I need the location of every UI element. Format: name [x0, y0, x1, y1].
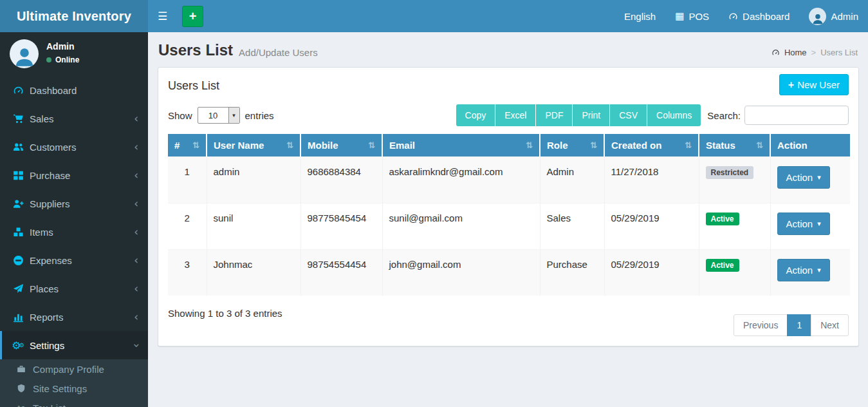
sidebar-user-name: Admin — [46, 41, 79, 52]
column-header-mobile[interactable]: Mobile⇅ — [300, 134, 382, 157]
content-area: Users List Add/Update Users Home > Users… — [148, 32, 868, 407]
sidebar-subitem-tax-list[interactable]: ✂Tax List — [0, 398, 148, 407]
select-arrow-icon: ▼ — [228, 108, 239, 123]
column-label: Email — [389, 140, 415, 151]
cell-email: sunil@gmail.com — [382, 204, 540, 250]
column-label: User Name — [214, 140, 264, 151]
cart-icon — [11, 113, 25, 124]
page-length-value: 10 — [198, 108, 228, 123]
pagination-previous[interactable]: Previous — [734, 314, 788, 336]
page-subtitle: Add/Update Users — [239, 43, 318, 58]
action-dropdown-button[interactable]: Action▾ — [777, 259, 830, 281]
cell-role: Purchase — [540, 250, 604, 296]
users-table: #⇅User Name⇅Mobile⇅Email⇅Role⇅Created on… — [168, 134, 850, 296]
cell-status: Restricted — [699, 157, 770, 204]
cell-num: 2 — [168, 204, 207, 250]
nav-dashboard[interactable]: Dashboard — [719, 0, 799, 32]
cell-email: askaralimkndr@gmail.com — [382, 157, 540, 204]
sidebar-subitem-label: Company Profile — [33, 364, 138, 375]
cell-user-name: admin — [207, 157, 300, 204]
nav-user-menu[interactable]: Admin — [799, 0, 868, 32]
sidebar-item-purchase[interactable]: Purchase‹ — [0, 161, 148, 189]
sidebar-user-status: Online — [46, 55, 79, 64]
search-input[interactable] — [744, 106, 849, 125]
export-excel-button[interactable]: Excel — [495, 104, 536, 126]
export-print-button[interactable]: Print — [573, 104, 610, 126]
sort-icon: ⇅ — [192, 140, 199, 150]
sidebar-item-label: Expenses — [30, 255, 134, 266]
sidebar-item-expenses[interactable]: Expenses‹ — [0, 246, 148, 274]
app-title: Ultimate Inventory — [17, 9, 131, 24]
column-header-role[interactable]: Role⇅ — [540, 134, 604, 157]
export-copy-button[interactable]: Copy — [456, 104, 496, 126]
pagination-page-1[interactable]: 1 — [787, 314, 811, 336]
cell-mobile: 98754554454 — [300, 250, 382, 296]
sidebar-item-customers[interactable]: Customers‹ — [0, 133, 148, 161]
page-length-select[interactable]: 10 ▼ — [198, 107, 240, 124]
sidebar-menu: DashboardSales‹Customers‹Purchase‹Suppli… — [0, 76, 148, 407]
export-columns-button[interactable]: Columns — [647, 104, 701, 126]
plus-icon: + — [189, 10, 197, 23]
page-title: Users List — [158, 41, 233, 59]
export-csv-button[interactable]: CSV — [610, 104, 647, 126]
sidebar-item-places[interactable]: Places‹ — [0, 274, 148, 303]
sidebar-item-sales[interactable]: Sales‹ — [0, 104, 148, 133]
cell-created-on: 11/27/2018 — [604, 157, 699, 204]
sidebar-item-reports[interactable]: Reports‹ — [0, 303, 148, 331]
sidebar-item-label: Dashboard — [30, 85, 138, 96]
minus-circle-icon — [11, 255, 25, 266]
hamburger-menu-icon[interactable]: ☰ — [148, 0, 177, 32]
column-header-user-name[interactable]: User Name⇅ — [207, 134, 300, 157]
sidebar-item-label: Reports — [30, 312, 134, 323]
table-controls: Show 10 ▼ entries CopyExcelPDFPrintCSVCo… — [168, 104, 849, 126]
chevron-left-icon: ‹ — [134, 198, 138, 209]
cell-role: Admin — [540, 157, 604, 204]
nav-dashboard-label: Dashboard — [743, 11, 790, 22]
column-header-email[interactable]: Email⇅ — [382, 134, 540, 157]
nav-pos[interactable]: ▦ POS — [665, 0, 719, 32]
chevron-left-icon: ‹ — [134, 283, 138, 294]
cell-email: john@gmail.com — [382, 250, 540, 296]
nav-pos-label: POS — [688, 11, 709, 22]
column-label: Created on — [611, 140, 661, 151]
breadcrumb-home[interactable]: Home — [784, 48, 807, 57]
app-logo[interactable]: Ultimate Inventory — [0, 0, 148, 32]
main-layout: Admin Online DashboardSales‹Customers‹Pu… — [0, 32, 868, 407]
sidebar-item-suppliers[interactable]: Suppliers‹ — [0, 189, 148, 218]
sidebar-subitem-company-profile[interactable]: Company Profile — [0, 359, 148, 379]
sort-icon: ⇅ — [685, 140, 692, 150]
nav-language[interactable]: English — [614, 0, 665, 32]
content-header: Users List Add/Update Users Home > Users… — [148, 32, 868, 67]
scissors-icon: ✂ — [14, 402, 28, 407]
page-length-group: Show 10 ▼ entries — [168, 107, 274, 124]
caret-down-icon: ▾ — [817, 173, 821, 182]
action-dropdown-button[interactable]: Action▾ — [777, 166, 830, 189]
cell-status: Active — [699, 204, 770, 250]
chevron-left-icon: ‹ — [134, 142, 138, 153]
new-user-button-label: New User — [797, 79, 840, 90]
home-icon — [771, 48, 780, 57]
export-pdf-button[interactable]: PDF — [536, 104, 573, 126]
sidebar-subitem-site-settings[interactable]: Site Settings — [0, 379, 148, 398]
column-header-status[interactable]: Status⇅ — [699, 134, 770, 157]
dashboard-icon — [728, 12, 738, 21]
sidebar-item-dashboard[interactable]: Dashboard — [0, 76, 148, 104]
sidebar-item-label: Settings — [30, 340, 134, 351]
column-header--[interactable]: #⇅ — [168, 134, 207, 157]
cell-status: Active — [699, 250, 770, 296]
sidebar: Admin Online DashboardSales‹Customers‹Pu… — [0, 32, 148, 407]
nav-language-label: English — [624, 11, 656, 22]
new-user-button[interactable]: + New User — [779, 74, 849, 95]
sidebar-item-items[interactable]: Items‹ — [0, 218, 148, 246]
action-dropdown-button[interactable]: Action▾ — [777, 213, 830, 235]
cell-action: Action▾ — [770, 204, 850, 250]
top-navbar: Ultimate Inventory ☰ + English ▦ POS Das… — [0, 0, 868, 32]
table-row: 3Johnmac98754554454john@gmail.comPurchas… — [168, 250, 850, 296]
calculator-icon: ▦ — [675, 10, 684, 22]
sidebar-item-settings[interactable]: ⚙⚙Settings‹ — [0, 331, 148, 359]
sidebar-item-label: Suppliers — [30, 198, 134, 209]
pagination-next[interactable]: Next — [811, 314, 849, 336]
column-header-created-on[interactable]: Created on⇅ — [604, 134, 699, 157]
quick-add-button[interactable]: + — [182, 6, 203, 27]
avatar — [10, 39, 39, 68]
